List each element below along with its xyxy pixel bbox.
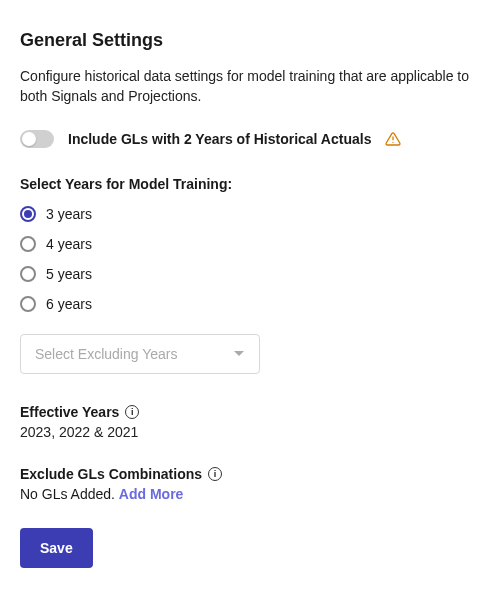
radio-4-years[interactable]: 4 years xyxy=(20,236,480,252)
exclude-years-select[interactable]: Select Excluding Years xyxy=(20,334,260,374)
info-icon[interactable]: i xyxy=(125,405,139,419)
radio-icon xyxy=(20,206,36,222)
radio-label: 4 years xyxy=(46,236,92,252)
radio-label: 5 years xyxy=(46,266,92,282)
chevron-down-icon xyxy=(233,350,245,358)
radio-icon xyxy=(20,296,36,312)
radio-icon xyxy=(20,266,36,282)
radio-icon xyxy=(20,236,36,252)
radio-6-years[interactable]: 6 years xyxy=(20,296,480,312)
save-button[interactable]: Save xyxy=(20,528,93,568)
info-icon[interactable]: i xyxy=(208,467,222,481)
include-gls-toggle[interactable] xyxy=(20,130,54,148)
warning-icon xyxy=(385,131,401,147)
radio-label: 6 years xyxy=(46,296,92,312)
radio-3-years[interactable]: 3 years xyxy=(20,206,480,222)
effective-years-row: Effective Years i xyxy=(20,404,480,420)
page-title: General Settings xyxy=(20,30,480,51)
training-years-label: Select Years for Model Training: xyxy=(20,176,480,192)
settings-description: Configure historical data settings for m… xyxy=(20,67,480,106)
radio-label: 3 years xyxy=(46,206,92,222)
training-years-group: 3 years 4 years 5 years 6 years xyxy=(20,206,480,312)
effective-years-label: Effective Years xyxy=(20,404,119,420)
radio-5-years[interactable]: 5 years xyxy=(20,266,480,282)
include-gls-toggle-row: Include GLs with 2 Years of Historical A… xyxy=(20,130,480,148)
select-placeholder: Select Excluding Years xyxy=(35,346,177,362)
exclude-gls-section: Exclude GLs Combinations i No GLs Added.… xyxy=(20,466,480,502)
include-gls-label: Include GLs with 2 Years of Historical A… xyxy=(68,131,371,147)
effective-years-value: 2023, 2022 & 2021 xyxy=(20,424,480,440)
exclude-gls-empty-text: No GLs Added. xyxy=(20,486,115,502)
exclude-gls-label: Exclude GLs Combinations xyxy=(20,466,202,482)
add-more-link[interactable]: Add More xyxy=(119,486,184,502)
